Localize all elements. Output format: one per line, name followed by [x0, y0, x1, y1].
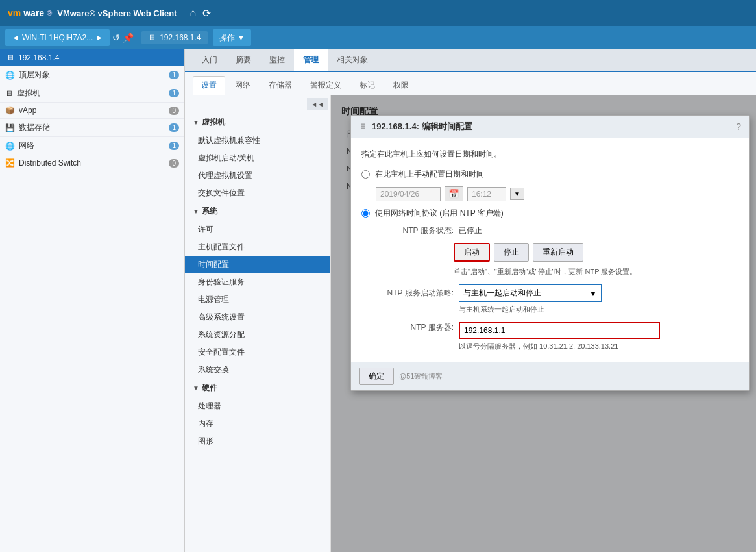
- tree-item-cpu[interactable]: 处理器: [185, 397, 330, 415]
- sidebar-item-datastore-icon: 💾: [5, 123, 15, 132]
- tree-item-compat[interactable]: 默认虚拟机兼容性: [185, 132, 330, 149]
- sidebar-item-dvswitch[interactable]: 🔀 Distributed Switch 0: [0, 155, 184, 171]
- panel-collapse-btn[interactable]: ◄◄: [307, 98, 328, 110]
- time-dropdown-btn[interactable]: ▼: [510, 188, 524, 200]
- ntp-action-hint: 单击"启动"、"重新启动"或"停止"时，更新 NTP 服务设置。: [454, 267, 738, 277]
- tab-manage[interactable]: 管理: [294, 49, 328, 72]
- tree-item-proxy[interactable]: 代理虚拟机设置: [185, 167, 330, 184]
- ntp-policy-hint: 与主机系统一起启动和停止: [459, 305, 738, 314]
- tree-item-advanced[interactable]: 高级系统设置: [185, 308, 330, 326]
- sidebar-item-vm-icon: 🖥: [5, 89, 13, 98]
- tree-group-hw-label: 硬件: [202, 383, 217, 394]
- sidebar-item-vapp-badge: 0: [169, 107, 179, 115]
- radio-ntp-option: 使用网络时间协议 (启用 NTP 客户端): [361, 208, 738, 219]
- tree-item-power[interactable]: 电源管理: [185, 291, 330, 308]
- sidebar-item-top-badge: 1: [169, 71, 179, 79]
- btn-stop[interactable]: 停止: [494, 243, 529, 262]
- action-btn[interactable]: 操作 ▼: [213, 29, 252, 46]
- radio-manual-option: 在此主机上手动配置日期和时间: [361, 169, 738, 180]
- radio-ntp[interactable]: [361, 209, 370, 218]
- ntp-policy-label: NTP 服务启动策略:: [376, 288, 454, 299]
- sidebar-item-vm[interactable]: 🖥 虚拟机 1: [0, 84, 184, 103]
- main-layout: 🖥 192.168.1.4 🌐 顶层对象 1 🖥 虚拟机 1 📦 vApp 0 …: [0, 49, 756, 552]
- sidebar-item-datastore[interactable]: 💾 数据存储 1: [0, 119, 184, 137]
- modal-footer: 确定 @51破甑博客: [351, 362, 749, 390]
- sidebar-item-vapp-icon: 📦: [5, 106, 15, 115]
- sidebar-host-title: 192.168.1.4: [18, 53, 59, 62]
- app-logo: vmware® VMware® vSphere Web Client: [8, 8, 177, 18]
- tree-item-license[interactable]: 许可: [185, 221, 330, 238]
- topbar: vmware® VMware® vSphere Web Client ⌂ ⟳: [0, 0, 756, 26]
- app-name: VMware® vSphere Web Client: [57, 8, 177, 18]
- tree-item-swap[interactable]: 交换文件位置: [185, 184, 330, 202]
- subtab-storage[interactable]: 存储器: [260, 76, 300, 95]
- tree-item-sysswap[interactable]: 系统交换: [185, 361, 330, 379]
- nav-pin-icon[interactable]: 📌: [123, 32, 134, 43]
- main-tabs: 入门 摘要 监控 管理 相关对象: [185, 49, 756, 72]
- sidebar-item-datastore-label: 数据存储: [19, 122, 50, 133]
- nav-history-icon[interactable]: ↺: [112, 32, 120, 43]
- sidebar-item-top-icon: 🌐: [5, 71, 15, 80]
- radio-manual[interactable]: [361, 170, 370, 179]
- tree-item-hostprofile[interactable]: 主机配置文件: [185, 238, 330, 256]
- tree-item-boot[interactable]: 虚拟机启动/关机: [185, 149, 330, 167]
- btn-ok[interactable]: 确定: [359, 368, 394, 385]
- subtab-settings[interactable]: 设置: [193, 76, 225, 95]
- sidebar-item-vm-badge: 1: [169, 89, 179, 97]
- subtab-network[interactable]: 网络: [226, 76, 259, 95]
- tree-item-auth[interactable]: 身份验证服务: [185, 273, 330, 291]
- ntp-server-input[interactable]: [459, 322, 660, 339]
- tab-monitor[interactable]: 监控: [260, 49, 294, 72]
- datetime-row: 📅 ▼: [376, 186, 738, 201]
- modal-help-icon[interactable]: ?: [736, 121, 741, 132]
- content: 入门 摘要 监控 管理 相关对象 设置 网络 存储器 警报定义 标记 权限 ◄◄: [185, 49, 756, 552]
- tree-group-hw[interactable]: ▼ 硬件: [185, 379, 330, 397]
- ntp-server-hint: 以逗号分隔服务器，例如 10.31.21.2, 20.133.13.21: [459, 342, 738, 351]
- tree-item-graphics[interactable]: 图形: [185, 433, 330, 450]
- navbar: ◄ WIN-TL1HQIH7A2... ► ↺ 📌 🖥 192.168.1.4 …: [0, 26, 756, 49]
- modal-header: 🖥 192.168.1.4: 编辑时间配置 ?: [351, 116, 749, 138]
- tab-intro[interactable]: 入门: [193, 49, 226, 72]
- subtab-perms[interactable]: 权限: [385, 76, 417, 95]
- content-area: ◄◄ ▼ 虚拟机 默认虚拟机兼容性 虚拟机启动/关机 代理虚拟机设置 交换文件位…: [185, 95, 756, 552]
- action-dropdown-icon: ▼: [238, 33, 245, 42]
- topbar-icons: ⌂ ⟳: [189, 7, 211, 19]
- date-picker-btn[interactable]: 📅: [445, 186, 463, 201]
- ntp-policy-value: 与主机一起启动和停止: [463, 288, 541, 299]
- refresh-icon[interactable]: ⟳: [202, 7, 211, 19]
- sidebar-item-top-label: 顶层对象: [19, 69, 50, 81]
- ntp-section: NTP 服务状态: 已停止 启动 停止 重新启动 单击"启动"、"重新启动"或"…: [376, 225, 738, 351]
- sidebar-item-dvswitch-icon: 🔀: [5, 158, 15, 168]
- ntp-policy-select[interactable]: 与主机一起启动和停止 ▼: [459, 284, 602, 302]
- subtab-tags[interactable]: 标记: [351, 76, 384, 95]
- tree-group-sys[interactable]: ▼ 系统: [185, 202, 330, 221]
- btn-start[interactable]: 启动: [454, 243, 490, 262]
- tab-summary[interactable]: 摘要: [226, 49, 260, 72]
- sidebar-item-vapp[interactable]: 📦 vApp 0: [0, 103, 184, 119]
- ntp-server-label: NTP 服务器:: [376, 322, 454, 333]
- sidebar-item-dvswitch-badge: 0: [169, 159, 179, 168]
- modal-host-icon: 🖥: [359, 122, 367, 131]
- ntp-status-label: NTP 服务状态:: [376, 225, 454, 236]
- sub-tabs: 设置 网络 存储器 警报定义 标记 权限: [185, 72, 756, 95]
- tree-group-vm[interactable]: ▼ 虚拟机: [185, 113, 330, 132]
- nav-back-btn[interactable]: ◄ WIN-TL1HQIH7A2... ►: [5, 29, 110, 46]
- tree-item-resource[interactable]: 系统资源分配: [185, 326, 330, 344]
- ntp-status-value: 已停止: [459, 225, 482, 236]
- subtab-alerts[interactable]: 警报定义: [302, 76, 350, 95]
- home-icon[interactable]: ⌂: [189, 7, 196, 19]
- tree-item-timeconfig[interactable]: 时间配置: [185, 256, 330, 273]
- sidebar-host-icon: 🖥: [6, 53, 14, 62]
- left-tree-panel: ◄◄ ▼ 虚拟机 默认虚拟机兼容性 虚拟机启动/关机 代理虚拟机设置 交换文件位…: [185, 95, 331, 552]
- sidebar-item-network[interactable]: 🌐 网络 1: [0, 137, 184, 155]
- date-input[interactable]: [376, 187, 441, 201]
- nav-current-host: WIN-TL1HQIH7A2...: [22, 33, 93, 42]
- sidebar-item-top[interactable]: 🌐 顶层对象 1: [0, 66, 184, 84]
- modal-desc: 指定在此主机上应如何设置日期和时间。: [361, 149, 738, 160]
- btn-restart[interactable]: 重新启动: [533, 243, 583, 262]
- nav-arrow-right: ►: [95, 33, 103, 42]
- time-input[interactable]: [467, 187, 506, 201]
- tree-item-security[interactable]: 安全配置文件: [185, 344, 330, 361]
- tab-related[interactable]: 相关对象: [328, 49, 377, 72]
- tree-item-mem[interactable]: 内存: [185, 415, 330, 433]
